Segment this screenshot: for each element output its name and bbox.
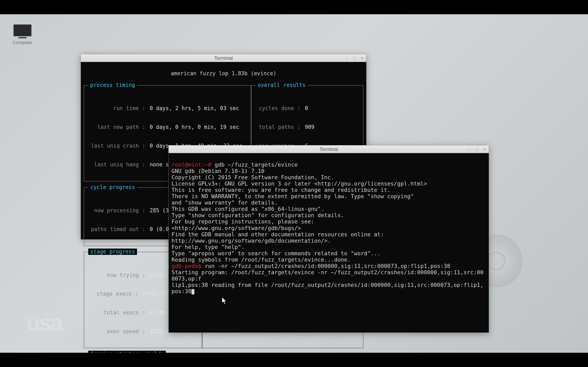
sp-k3: exec speed: [86, 328, 139, 334]
terminal-window-gdb[interactable]: Terminal – □ × root@mint:~# gdb ~/fuzz_t…: [168, 145, 489, 333]
gdb-line-8: For bug reporting instructions, please s…: [172, 218, 314, 225]
or-k1: total paths: [253, 124, 294, 130]
sp-k0: now trying: [86, 272, 139, 278]
maximize-button[interactable]: □: [475, 147, 479, 151]
gdb-line-11: http://www.gnu.org/software/gdb/document…: [172, 238, 331, 244]
maximize-button[interactable]: □: [352, 56, 356, 60]
gdb-line-1: Copyright (C) 2015 Free Software Foundat…: [172, 174, 334, 180]
gdb-line-12: For help, type "help".: [172, 244, 245, 250]
gdb-cmd2: run -nr ~/fuzz_output2/crashes/id:000000…: [205, 263, 450, 269]
section-stage-progress: stage progress: [88, 249, 137, 255]
gdb-line-13: Type "apropos word" to search for comman…: [172, 250, 380, 257]
afl-header: american fuzzy lop 1.83b (evince): [84, 70, 363, 77]
gdb-line-3: This is free software: you are free to c…: [172, 187, 390, 193]
section-overall-results: overall results: [256, 82, 308, 88]
afl-window-title: Terminal: [214, 55, 233, 61]
gdb-line-7: Type "show configuration" for configurat…: [172, 212, 344, 218]
or-v0: 0: [305, 105, 308, 111]
pt-k1: last new path: [86, 124, 139, 130]
pt-k0: run time: [86, 105, 139, 111]
sp-k2: total execs: [86, 309, 139, 316]
minimize-button[interactable]: –: [467, 147, 471, 151]
or-v1: 909: [305, 124, 314, 130]
gdb-line-0: GNU gdb (Debian 7.10-1) 7.10: [172, 168, 264, 174]
pt-k2: last uniq crash: [86, 143, 139, 149]
gdb-tail-0: Starting program: /root/fuzz_targets/evi…: [172, 269, 484, 282]
pt-k3: last uniq hang: [86, 161, 139, 168]
gdb-window-title: Terminal: [320, 146, 338, 152]
sp-v2: 4.28M: [150, 309, 165, 316]
gdb-tail-1: lip1,pos:38 reading from file /root/fuzz…: [172, 282, 484, 294]
desktop-background: Computer usa Terminal – □ × american fuz…: [0, 14, 588, 353]
close-button[interactable]: ×: [483, 147, 487, 151]
section-strategy: fuzzing strategy yields: [88, 351, 166, 353]
close-button[interactable]: ×: [360, 56, 364, 60]
terminal-cursor: [191, 289, 194, 294]
gdb-titlebar[interactable]: Terminal – □ ×: [169, 145, 489, 153]
gdb-line-6: This GDB was configured as "x86_64-linux…: [172, 206, 324, 212]
gdb-line-5: and "show warranty" for details.: [172, 200, 278, 206]
section-process-timing: process timing: [88, 82, 137, 88]
afl-titlebar[interactable]: Terminal – □ ×: [81, 54, 366, 62]
pt-v1: 0 days, 0 hrs, 0 min, 19 sec: [150, 124, 239, 130]
cp-k1: paths timed out: [86, 226, 139, 233]
gdb-line-9: <http://www.gnu.org/software/gdb/bugs/>: [172, 225, 301, 231]
gdb-line-2: License GPLv3+: GNU GPL version 3 or lat…: [172, 180, 427, 187]
gdb-line-14: Reading symbols from /root/fuzz_targets/…: [172, 257, 351, 263]
gdb-cmd1: gdb ~/fuzz_targets/evince: [215, 161, 297, 168]
desktop-icon-label: Computer: [11, 40, 34, 45]
cp-k0: now processing: [86, 207, 139, 214]
monitor-stand: [18, 37, 26, 38]
sp-k1: stage execs: [86, 291, 132, 297]
monitor-icon: [13, 25, 31, 36]
gdb-prompt-peda: gdb-peda$: [172, 263, 201, 269]
desktop-icon-computer[interactable]: Computer: [11, 25, 34, 45]
minimize-button[interactable]: –: [345, 56, 349, 60]
gdb-prompt-root: root@mint:~#: [172, 161, 211, 168]
usa-watermark: usa: [26, 309, 62, 335]
section-cycle-progress: cycle progress: [88, 184, 137, 191]
gdb-tail-1-text: lip1,pos:38 reading from file /root/fuzz…: [172, 282, 484, 294]
gdb-line-10: Find the GDB manual and other documentat…: [172, 231, 384, 238]
or-k0: cycles done: [253, 105, 294, 111]
gdb-line-4: There is NO WARRANTY, to the extent perm…: [172, 193, 414, 200]
gdb-terminal-body[interactable]: root@mint:~# gdb ~/fuzz_targets/evince G…: [169, 153, 489, 303]
pt-v0: 0 days, 2 hrs, 5 min, 03 sec: [150, 105, 239, 111]
